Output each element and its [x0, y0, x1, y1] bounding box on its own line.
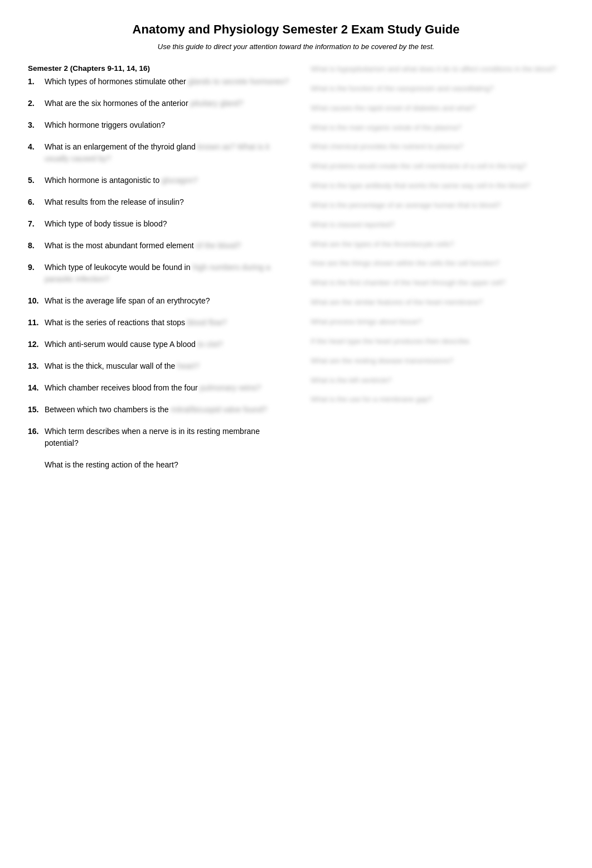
right-question: What is the type antibody that works the…	[310, 181, 564, 191]
question-number: 13.	[28, 360, 45, 372]
list-item: 6. What results from the release of insu…	[28, 196, 294, 208]
list-item: 3. Which hormone triggers ovulation?	[28, 119, 294, 131]
right-question: What is the left ventricle?	[310, 375, 564, 386]
question-number: 5.	[28, 175, 45, 186]
question-number: 14.	[28, 382, 45, 394]
right-question: What is the use for a membrane gap?	[310, 394, 564, 405]
question-text: What is the thick, muscular wall of the …	[45, 360, 294, 372]
question-number: 6.	[28, 196, 45, 208]
right-question: What process brings about tissue?	[310, 317, 564, 327]
question-number: 12.	[28, 339, 45, 350]
question-number: 7.	[28, 218, 45, 230]
question-text: Which chamber receives blood from the fo…	[45, 382, 294, 394]
list-item: 4. What is an enlargement of the thyroid…	[28, 141, 294, 165]
list-item: 7. Which type of body tissue is blood?	[28, 218, 294, 230]
question-text: What is the average life span of an eryt…	[45, 295, 294, 307]
list-item: 13. What is the thick, muscular wall of …	[28, 360, 294, 372]
question-text: What is the resting action of the heart?	[45, 459, 294, 471]
right-column: What is hypopituitarism and what does it…	[310, 64, 564, 481]
question-text: Which type of body tissue is blood?	[45, 218, 294, 230]
right-question: What is the percentage of an average hum…	[310, 200, 564, 211]
right-question: What is classed reported?	[310, 220, 564, 230]
question-list: 1. Which types of hormones stimulate oth…	[28, 76, 294, 471]
question-number: 4.	[28, 141, 45, 165]
list-item: 10. What is the average life span of an …	[28, 295, 294, 307]
question-text: Between which two chambers is the mitral…	[45, 404, 294, 416]
question-number: 10.	[28, 295, 45, 307]
list-item: 12. Which anti-serum would cause type A …	[28, 339, 294, 350]
list-item: 1. Which types of hormones stimulate oth…	[28, 76, 294, 88]
question-text: Which hormone triggers ovulation?	[45, 119, 294, 131]
right-question: What is the main organic solute of the p…	[310, 123, 564, 133]
left-column: Semester 2 (Chapters 9-11, 14, 16) 1. Wh…	[28, 64, 294, 481]
list-item: 11. What is the series of reactions that…	[28, 317, 294, 329]
question-text: What are the six hormones of the anterio…	[45, 98, 294, 109]
question-text: What is the series of reactions that sto…	[45, 317, 294, 329]
question-number: 9.	[28, 262, 45, 285]
right-question: What are the similar features of the hea…	[310, 297, 564, 308]
right-question: What are the resting disease transmissio…	[310, 356, 564, 367]
question-text: What is an enlargement of the thyroid gl…	[45, 141, 294, 165]
question-text: Which anti-serum would cause type A bloo…	[45, 339, 294, 350]
question-number	[28, 459, 45, 471]
question-number: 16.	[28, 426, 45, 449]
question-text: What results from the release of insulin…	[45, 196, 294, 208]
question-number: 15.	[28, 404, 45, 416]
question-number: 8.	[28, 240, 45, 252]
list-item: What is the resting action of the heart?	[28, 459, 294, 471]
question-number: 2.	[28, 98, 45, 109]
section-heading: Semester 2 (Chapters 9-11, 14, 16)	[28, 64, 294, 73]
right-question: What causes the rapid onset of diabetes …	[310, 103, 564, 114]
list-item: 15. Between which two chambers is the mi…	[28, 404, 294, 416]
right-question: What is the function of the vasopressin …	[310, 84, 564, 94]
list-item: 2. What are the six hormones of the ante…	[28, 98, 294, 109]
list-item: 8. What is the most abundant formed elem…	[28, 240, 294, 252]
question-text: What is the most abundant formed element…	[45, 240, 294, 252]
list-item: 9. Which type of leukocyte would be foun…	[28, 262, 294, 285]
list-item: 16. Which term describes when a nerve is…	[28, 426, 294, 449]
list-item: 5. Which hormone is antagonistic to gluc…	[28, 175, 294, 186]
page-subtitle: Use this guide to direct your attention …	[28, 42, 564, 51]
right-question: What is hypopituitarism and what does it…	[310, 64, 564, 75]
page-title: Anatomy and Physiology Semester 2 Exam S…	[28, 22, 564, 37]
right-question: What is the first chamber of the heart t…	[310, 278, 564, 288]
right-question: If the heart type the heart produces the…	[310, 336, 564, 347]
list-item: 14. Which chamber receives blood from th…	[28, 382, 294, 394]
question-text: Which types of hormones stimulate other …	[45, 76, 294, 88]
right-question: What chemical provides the nutrient to p…	[310, 142, 564, 152]
right-question: How are the things shown within the cell…	[310, 258, 564, 269]
question-text: Which term describes when a nerve is in …	[45, 426, 294, 449]
right-question: What proteins would create the cell memb…	[310, 161, 564, 172]
question-number: 3.	[28, 119, 45, 131]
question-number: 11.	[28, 317, 45, 329]
question-number: 1.	[28, 76, 45, 88]
question-text: Which hormone is antagonistic to glucago…	[45, 175, 294, 186]
right-question: What are the types of the thrombocyte ce…	[310, 239, 564, 250]
question-text: Which type of leukocyte would be found i…	[45, 262, 294, 285]
